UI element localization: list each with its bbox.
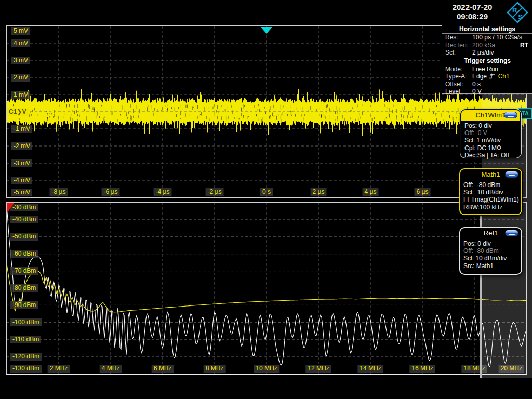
- axis-tick-label: -100 dBm: [10, 318, 42, 326]
- axis-tick-label: 2 mV: [11, 74, 30, 82]
- result-box-row[interactable]: Scl: 10 dB/div: [463, 189, 518, 196]
- axis-tick-label: 2 MHz: [48, 365, 70, 373]
- settings-row[interactable]: Level:0 V: [442, 88, 532, 96]
- result-box-row[interactable]: Pos: 0 div: [464, 122, 517, 129]
- ref1-header[interactable]: Ref1: [460, 228, 521, 238]
- axis-tick-label: 10 MHz: [254, 365, 279, 373]
- minimize-dash-icon: [509, 175, 515, 177]
- svg-text:R: R: [512, 6, 517, 14]
- axis-tick-label: 1 mV: [11, 91, 30, 99]
- svg-text:S: S: [518, 13, 523, 21]
- result-box-row[interactable]: Src: Math1: [463, 262, 518, 270]
- result-box-row[interactable]: Off: -80 dBm: [463, 181, 518, 189]
- ref1-trace[interactable]: [7, 204, 526, 367]
- reference-position-marker[interactable]: [7, 203, 14, 213]
- axis-tick-label: -80 dBm: [10, 284, 38, 292]
- setting-value: 200 kSa: [472, 42, 495, 49]
- setting-label: Level:: [445, 88, 462, 96]
- axis-tick-label: 4 MHz: [100, 365, 122, 373]
- result-box-row[interactable]: Off: 0 V: [464, 129, 517, 137]
- math1-rows: Off: -80 dBmScl: 10 dB/divFFTmag(Ch1Wfm1…: [460, 180, 521, 211]
- minimize-button[interactable]: [504, 112, 517, 118]
- setting-label: Offset:: [445, 81, 463, 88]
- oscilloscope-screen: 2022-07-20 09:08:29 R S 5 mV4 mV3 mV2 mV…: [0, 0, 532, 399]
- settings-row[interactable]: Scl:2 µs/div: [442, 49, 532, 57]
- result-box-row[interactable]: Off: -80 dBm: [463, 247, 518, 255]
- datetime-display: 2022-07-20 09:08:29: [442, 3, 503, 21]
- settings-panel[interactable]: Horizontal settings Res:100 ps / 10 GSa/…: [442, 25, 532, 94]
- axis-tick-label: -8 µs: [50, 188, 68, 196]
- axis-tick-label: -40 dBm: [10, 216, 38, 223]
- math1-result-box[interactable]: Math1 Off: -80 dBmScl: 10 dB/divFFTmag(C…: [459, 168, 522, 215]
- result-box-row[interactable]: Scl: 10 dBm/div: [463, 255, 518, 262]
- axis-tick-label: -70 dBm: [10, 267, 38, 275]
- horizontal-settings-header[interactable]: Horizontal settings: [442, 25, 532, 34]
- result-box-row[interactable]: FFTmag(Ch1Wfm1): [463, 196, 518, 203]
- minimize-button[interactable]: [505, 171, 518, 178]
- ref1-result-box[interactable]: Ref1 Pos: 0 divOff: -80 dBmScl: 10 dBm/d…: [459, 227, 522, 275]
- result-box-row[interactable]: Scl: 1 mV/div: [464, 137, 517, 144]
- date-label: 2022-07-20: [442, 3, 503, 12]
- axis-tick-label: -120 dBm: [10, 353, 42, 361]
- setting-label: Mode:: [445, 65, 462, 73]
- result-box-row[interactable]: RBW:100 kHz: [463, 204, 518, 211]
- axis-tick-label: -90 dBm: [10, 301, 38, 309]
- axis-tick-label: -2 µs: [206, 188, 224, 196]
- setting-value: Free Run: [472, 65, 498, 73]
- channel1-offset-marker[interactable]: C1❯V: [7, 108, 29, 116]
- axis-tick-label: -4 µs: [154, 188, 172, 196]
- axis-tick-label: 5 mV: [11, 27, 30, 35]
- axis-tick-label: -5 mV: [11, 189, 32, 196]
- settings-row[interactable]: Type-A:Edge Ch1: [442, 73, 532, 81]
- settings-row[interactable]: Mode:Free Run: [442, 65, 532, 73]
- setting-value: 0 s: [472, 81, 481, 88]
- minimize-button[interactable]: [505, 230, 518, 236]
- axis-tick-label: -30 dBm: [10, 204, 38, 211]
- minimize-dash-icon: [508, 116, 514, 117]
- result-box-row[interactable]: Dec:Sa | TA: Off: [464, 152, 517, 159]
- axis-tick-label: -6 µs: [102, 188, 120, 196]
- axis-tick-label: -3 mV: [11, 159, 32, 167]
- trigger-position-marker[interactable]: [261, 27, 272, 34]
- math1-header[interactable]: Math1: [460, 169, 521, 180]
- axis-tick-label: 6 µs: [415, 188, 431, 196]
- axis-tick-label: 2 µs: [311, 188, 327, 196]
- ref1-rows: Pos: 0 divOff: -80 dBmScl: 10 dBm/divSrc…: [460, 238, 521, 270]
- trigger-settings-header[interactable]: Trigger settings: [442, 57, 532, 65]
- rising-edge-icon: [488, 73, 496, 79]
- axis-tick-label: 8 MHz: [204, 365, 226, 373]
- axis-tick-label: 14 MHz: [357, 365, 383, 373]
- result-box-row[interactable]: Cpl: DC 1MΩ: [464, 144, 517, 152]
- settings-row[interactable]: Offset:0 s: [442, 81, 532, 88]
- settings-row[interactable]: Rec len:200 kSaRT: [442, 42, 532, 49]
- axis-tick-label: -50 dBm: [10, 233, 38, 241]
- setting-value: 2 µs/div: [472, 49, 494, 57]
- gridlines: [7, 203, 526, 374]
- rt-badge: RT: [520, 42, 528, 49]
- horizontal-settings-rows: Res:100 ps / 10 GSa/sRec len:200 kSaRTSc…: [442, 34, 532, 57]
- setting-label: Res:: [445, 34, 458, 42]
- minimize-dash-icon: [509, 234, 515, 235]
- ch1wfm1-header[interactable]: Ch1Wfm1: [461, 110, 520, 121]
- setting-value: 100 ps / 10 GSa/s: [472, 34, 522, 42]
- axis-tick-label: 6 MHz: [152, 365, 174, 373]
- axis-tick-label: -2 mV: [11, 142, 32, 150]
- axis-tick-label: 3 mV: [11, 57, 30, 64]
- axis-tick-label: 4 mV: [11, 39, 30, 47]
- ch1wfm1-result-box[interactable]: Ch1Wfm1 Pos: 0 divOff: 0 VScl: 1 mV/divC…: [460, 109, 521, 158]
- setting-label: Rec len:: [445, 42, 468, 49]
- axis-tick-label: 16 MHz: [409, 365, 435, 373]
- settings-row[interactable]: Res:100 ps / 10 GSa/s: [442, 34, 532, 42]
- rohde-schwarz-logo-icon: R S: [506, 1, 529, 24]
- result-box-row[interactable]: Pos: 0 div: [463, 240, 518, 247]
- ch1wfm1-rows: Pos: 0 divOff: 0 VScl: 1 mV/divCpl: DC 1…: [461, 121, 520, 159]
- trigger-settings-rows: Mode:Free RunType-A:Edge Ch1Offset:0 sLe…: [442, 65, 532, 96]
- time-label: 09:08:29: [442, 12, 503, 21]
- axis-tick-label: 12 MHz: [305, 365, 331, 373]
- axis-tick-label: -60 dBm: [10, 250, 38, 258]
- axis-tick-label: -1 mV: [11, 125, 32, 133]
- setting-value: Edge Ch1: [472, 73, 510, 81]
- axis-tick-label: 4 µs: [363, 188, 379, 196]
- setting-value: 0 V: [472, 88, 482, 96]
- setting-label: Type-A:: [445, 73, 467, 81]
